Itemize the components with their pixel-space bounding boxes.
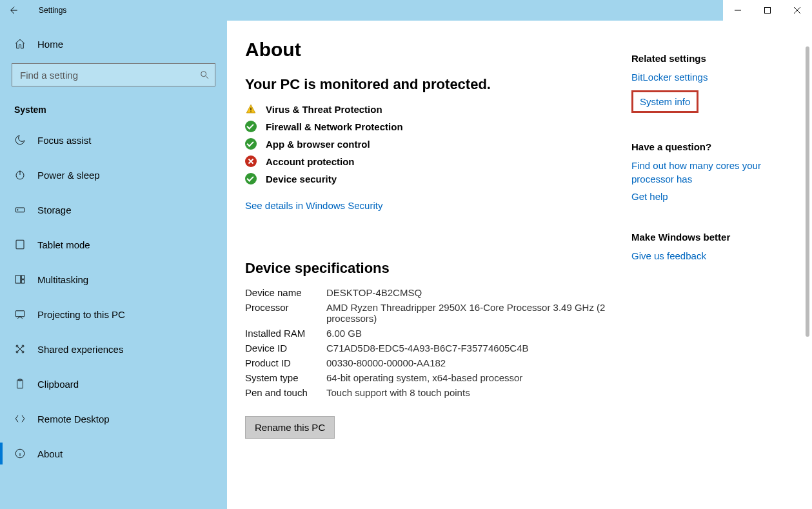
cores-help-link[interactable]: Find out how many cores your processor h… [631, 159, 799, 186]
search-input[interactable] [19, 69, 199, 81]
shield-warning-icon [245, 103, 257, 115]
spec-value: 64-bit operating system, x64-based proce… [326, 372, 606, 383]
sidebar-item-label: Projecting to this PC [37, 309, 125, 320]
close-button[interactable] [782, 0, 812, 21]
shared-icon [14, 343, 26, 355]
spec-value: 6.00 GB [326, 328, 606, 339]
svg-rect-11 [16, 240, 24, 249]
sidebar-item-multitasking[interactable]: Multitasking [0, 262, 227, 297]
rename-pc-button[interactable]: Rename this PC [245, 416, 335, 439]
sidebar-category: System [0, 95, 227, 123]
spec-row: System type 64-bit operating system, x64… [245, 372, 606, 383]
projecting-icon [14, 308, 26, 320]
minimize-icon [735, 7, 741, 14]
arrow-left-icon [8, 5, 18, 15]
main-content: About Your PC is monitored and protected… [227, 21, 812, 509]
check-ok-icon [245, 173, 257, 185]
sidebar-item-focus-assist[interactable]: Focus assist [0, 123, 227, 157]
protection-label: App & browser control [266, 139, 370, 150]
spec-label: Installed RAM [245, 328, 326, 339]
sidebar-item-storage[interactable]: Storage [0, 192, 227, 227]
sidebar-item-label: Power & sleep [37, 170, 100, 181]
multitasking-icon [14, 274, 26, 285]
system-info-highlight: System info [631, 90, 698, 113]
back-button[interactable] [0, 0, 26, 21]
protection-label: Virus & Threat Protection [266, 104, 382, 115]
spec-label: Pen and touch [245, 387, 326, 398]
sidebar-home[interactable]: Home [0, 28, 227, 59]
svg-point-10 [17, 210, 19, 211]
spec-label: Product ID [245, 357, 326, 368]
svg-rect-14 [21, 275, 25, 279]
sidebar-item-label: Focus assist [37, 135, 91, 146]
sidebar-item-label: Shared experiences [37, 344, 123, 355]
windows-security-details-link[interactable]: See details in Windows Security [245, 200, 382, 211]
sidebar-item-power-sleep[interactable]: Power & sleep [0, 157, 227, 192]
spec-row: Installed RAM 6.00 GB [245, 328, 606, 339]
sidebar-item-about[interactable]: About [0, 436, 227, 471]
sidebar-search[interactable] [12, 63, 215, 86]
protection-row-account: Account protection [245, 155, 606, 167]
spec-row: Pen and touch Touch support with 8 touch… [245, 387, 606, 398]
sidebar-item-remote-desktop[interactable]: Remote Desktop [0, 401, 227, 436]
protection-row-virus: Virus & Threat Protection [245, 103, 606, 115]
related-settings-heading: Related settings [631, 53, 799, 64]
maximize-icon [764, 7, 771, 14]
device-spec-heading: Device specifications [245, 260, 606, 277]
window-title: Settings [26, 6, 66, 15]
protection-row-firewall: Firewall & Network Protection [245, 121, 606, 132]
tablet-icon [14, 239, 26, 250]
sidebar-item-tablet-mode[interactable]: Tablet mode [0, 227, 227, 262]
sidebar-item-label: Storage [37, 205, 72, 215]
protection-label: Device security [266, 174, 337, 185]
sidebar-item-shared-experiences[interactable]: Shared experiences [0, 332, 227, 366]
spec-label: Device name [245, 287, 326, 298]
home-icon [14, 38, 26, 50]
sidebar-item-clipboard[interactable]: Clipboard [0, 366, 227, 401]
system-info-link[interactable]: System info [640, 95, 690, 108]
titlebar: Settings [0, 0, 812, 21]
spec-label: Device ID [245, 343, 326, 354]
maximize-button[interactable] [753, 0, 782, 21]
svg-rect-16 [15, 311, 25, 317]
sidebar-item-label: Multitasking [37, 274, 88, 285]
protection-row-device-security: Device security [245, 173, 606, 185]
minimize-button[interactable] [723, 0, 753, 21]
spec-value: 00330-80000-00000-AA182 [326, 357, 606, 368]
get-help-link[interactable]: Get help [631, 190, 799, 203]
right-rail: Related settings BitLocker settings Syst… [631, 39, 799, 439]
main-scrollbar[interactable] [804, 21, 811, 509]
sidebar-item-label: About [37, 448, 63, 459]
spec-label: System type [245, 372, 326, 383]
spec-row: Device ID C71AD5D8-EDC5-4A93-B6C7-F35774… [245, 343, 606, 354]
svg-line-6 [206, 76, 208, 79]
make-better-heading: Make Windows better [631, 232, 799, 243]
svg-point-29 [250, 111, 252, 112]
scrollbar-thumb[interactable] [806, 46, 809, 337]
clipboard-icon [14, 378, 26, 390]
check-ok-icon [245, 138, 257, 150]
svg-rect-15 [21, 280, 25, 283]
remote-icon [14, 413, 26, 424]
svg-point-5 [201, 72, 206, 77]
feedback-link[interactable]: Give us feedback [631, 249, 799, 263]
storage-icon [14, 204, 26, 215]
power-icon [14, 169, 26, 181]
sidebar-item-projecting[interactable]: Projecting to this PC [0, 297, 227, 332]
error-icon [245, 155, 257, 167]
sidebar-item-label: Tablet mode [37, 239, 90, 250]
svg-rect-13 [15, 275, 21, 283]
spec-row: Device name DESKTOP-4B2CMSQ [245, 287, 606, 298]
protection-row-app-browser: App & browser control [245, 138, 606, 150]
spec-value: C71AD5D8-EDC5-4A93-B6C7-F35774605C4B [326, 343, 606, 354]
protection-heading: Your PC is monitored and protected. [245, 76, 606, 93]
spec-row: Processor AMD Ryzen Threadripper 2950X 1… [245, 302, 606, 324]
have-question-heading: Have a question? [631, 141, 799, 152]
sidebar-home-label: Home [37, 39, 63, 50]
page-title: About [245, 39, 606, 61]
sidebar-item-label: Clipboard [37, 379, 79, 390]
protection-label: Firewall & Network Protection [266, 121, 403, 132]
svg-rect-2 [765, 8, 771, 14]
close-icon [794, 7, 800, 14]
bitlocker-link[interactable]: BitLocker settings [631, 70, 799, 84]
